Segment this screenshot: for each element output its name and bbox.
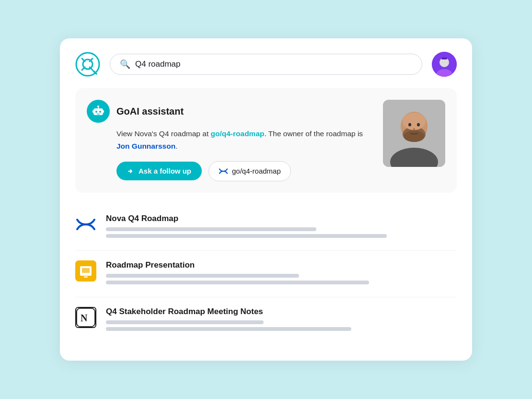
ai-title: GoAI assistant: [116, 106, 184, 117]
ask-followup-label: Ask a follow up: [139, 167, 191, 175]
result-line-2: [106, 327, 351, 331]
slides-icon: [75, 260, 96, 282]
svg-point-16: [97, 106, 99, 107]
result-title: Q4 Stakeholder Roadmap Meeting Notes: [106, 307, 457, 317]
notion-icon: N: [75, 307, 96, 328]
ai-roadmap-link[interactable]: go/q4-roadmap: [211, 129, 265, 138]
result-content: Nova Q4 Roadmap: [106, 214, 457, 241]
person-photo: [383, 100, 445, 167]
svg-rect-18: [103, 110, 104, 113]
svg-line-2: [82, 59, 85, 61]
result-title: Nova Q4 Roadmap: [106, 214, 457, 223]
ai-message-prefix: View Nova's Q4 roadmap at: [116, 129, 211, 138]
result-title: Roadmap Presentation: [106, 260, 457, 270]
ai-content: GoAI assistant View Nova's Q4 roadmap at…: [87, 100, 373, 181]
search-bar[interactable]: 🔍 Q4 roadmap: [110, 54, 422, 75]
search-input[interactable]: Q4 roadmap: [135, 59, 181, 69]
svg-rect-10: [441, 58, 447, 59]
list-item[interactable]: N Q4 Stakeholder Roadmap Meeting Notes: [75, 297, 457, 343]
ai-bot-icon: [87, 100, 110, 123]
result-line-2: [106, 281, 369, 284]
svg-point-25: [417, 123, 420, 127]
ai-actions: Ask a follow up go/q4-roadmap: [116, 161, 373, 181]
app-logo: [75, 52, 100, 77]
results-list: Nova Q4 Roadmap Roadmap Presentation: [75, 204, 457, 343]
result-line-1: [106, 274, 299, 278]
svg-rect-17: [93, 110, 93, 113]
svg-line-5: [82, 67, 85, 70]
ai-header: GoAI assistant: [87, 100, 373, 123]
ai-assistant-card: GoAI assistant View Nova's Q4 roadmap at…: [75, 88, 457, 192]
ai-owner-link[interactable]: Jon Gunnarsson: [116, 142, 175, 150]
list-item[interactable]: Roadmap Presentation: [75, 251, 457, 297]
result-line-1: [106, 320, 264, 324]
search-icon: 🔍: [120, 59, 130, 70]
svg-rect-31: [84, 276, 88, 278]
svg-rect-14: [97, 114, 100, 115]
roadmap-link-button[interactable]: go/q4-roadmap: [208, 161, 291, 181]
list-item[interactable]: Nova Q4 Roadmap: [75, 204, 457, 251]
result-line-1: [106, 227, 316, 231]
svg-point-12: [95, 111, 97, 113]
svg-text:N: N: [81, 313, 88, 323]
confluence-icon: [75, 214, 96, 235]
roadmap-link-label: go/q4-roadmap: [232, 167, 281, 175]
ai-message: View Nova's Q4 roadmap at go/q4-roadmap.…: [116, 128, 373, 152]
ai-message-suffix: .: [175, 142, 177, 150]
svg-point-27: [404, 130, 425, 142]
ask-followup-button[interactable]: Ask a follow up: [116, 162, 202, 180]
main-card: 🔍 Q4 roadmap: [60, 38, 472, 360]
header: 🔍 Q4 roadmap: [75, 52, 457, 77]
svg-point-24: [408, 123, 411, 127]
svg-point-13: [99, 111, 101, 113]
svg-point-23: [403, 113, 426, 130]
ai-message-middle: . The owner of the roadmap is: [264, 129, 363, 138]
result-content: Roadmap Presentation: [106, 260, 457, 287]
result-content: Q4 Stakeholder Roadmap Meeting Notes: [106, 307, 457, 334]
svg-rect-30: [82, 268, 90, 273]
user-avatar[interactable]: [432, 52, 457, 77]
result-line-2: [106, 234, 387, 238]
